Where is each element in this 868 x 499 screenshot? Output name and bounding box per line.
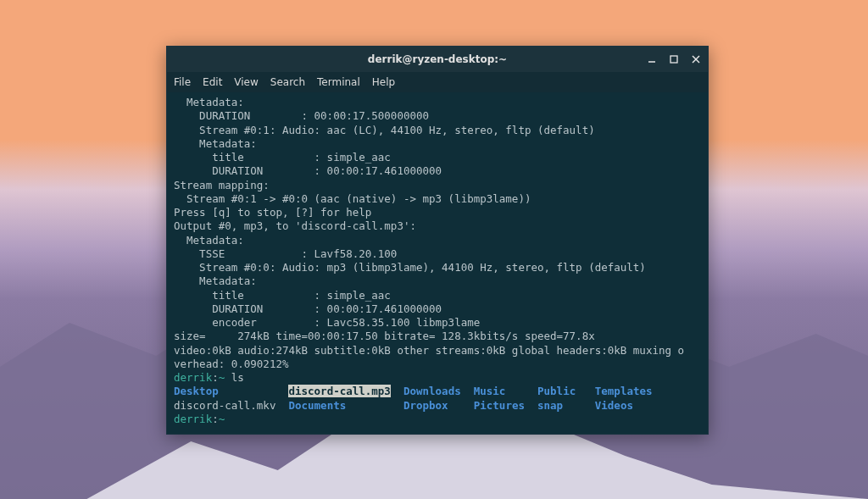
menu-terminal[interactable]: Terminal xyxy=(317,76,360,88)
out-line: Stream #0:1: Audio: aac (LC), 44100 Hz, … xyxy=(174,124,595,136)
ls-dir: Dropbox xyxy=(403,399,448,412)
out-line: TSSE : Lavf58.20.100 xyxy=(174,247,397,260)
menu-search[interactable]: Search xyxy=(270,76,305,88)
menu-file[interactable]: File xyxy=(174,76,191,88)
window-title: derrik@ryzen-desktop:~ xyxy=(368,53,507,65)
terminal-window: derrik@ryzen-desktop:~ File Edit View Se… xyxy=(166,46,709,435)
ls-dir: Pictures xyxy=(474,399,525,412)
menu-help[interactable]: Help xyxy=(372,76,395,88)
ls-dir: snap xyxy=(537,399,563,412)
minimize-button[interactable] xyxy=(645,53,659,66)
out-line: Stream mapping: xyxy=(174,179,270,191)
menu-edit[interactable]: Edit xyxy=(203,76,222,88)
out-line: Stream #0:1 -> #0:0 (aac (native) -> mp3… xyxy=(174,192,531,205)
terminal-output[interactable]: Metadata: DURATION : 00:00:17.500000000 … xyxy=(174,96,701,426)
maximize-button[interactable] xyxy=(667,53,681,66)
menubar: File Edit View Search Terminal Help xyxy=(167,72,708,92)
out-line: verhead: 0.090212% xyxy=(174,358,288,370)
ls-file-selected: discord-call.mp3 xyxy=(288,385,390,397)
prompt-user: derrik xyxy=(174,413,212,425)
prompt-cursor xyxy=(225,413,231,425)
close-button[interactable] xyxy=(689,53,703,66)
out-line: Press [q] to stop, [?] for help xyxy=(174,206,371,219)
out-line: Metadata: xyxy=(174,274,257,287)
ls-dir: Public xyxy=(537,385,576,397)
out-line: Stream #0:0: Audio: mp3 (libmp3lame), 44… xyxy=(174,261,646,274)
ls-dir: Desktop xyxy=(174,385,219,397)
prompt-user: derrik xyxy=(174,371,212,384)
window-controls xyxy=(645,47,703,72)
out-line: title : simple_aac xyxy=(174,289,391,302)
out-line: DURATION : 00:00:17.461000000 xyxy=(174,164,442,177)
terminal-body[interactable]: Metadata: DURATION : 00:00:17.500000000 … xyxy=(167,92,708,434)
ls-file: discord-call.mkv xyxy=(174,399,275,412)
out-line: Metadata: xyxy=(174,234,244,247)
titlebar[interactable]: derrik@ryzen-desktop:~ xyxy=(167,47,708,72)
out-line: DURATION : 00:00:17.461000000 xyxy=(174,302,442,315)
cmd-ls: ls xyxy=(225,371,244,384)
out-line: DURATION : 00:00:17.500000000 xyxy=(174,109,429,122)
out-line: encoder : Lavc58.35.100 libmp3lame xyxy=(174,316,480,329)
prompt-sep: : xyxy=(212,413,219,425)
ls-dir: Videos xyxy=(595,399,633,412)
svg-rect-1 xyxy=(670,56,677,63)
out-line: video:0kB audio:274kB subtitle:0kB other… xyxy=(174,344,684,357)
out-line: size= 274kB time=00:00:17.50 bitrate= 12… xyxy=(174,330,620,342)
ls-dir: Templates xyxy=(595,385,653,397)
prompt-sep: : xyxy=(212,371,219,384)
ls-dir: Documents xyxy=(288,399,346,412)
ls-dir: Downloads xyxy=(403,385,461,397)
out-line: Metadata: xyxy=(174,96,244,108)
out-line: Output #0, mp3, to 'discord-call.mp3': xyxy=(174,219,416,232)
out-line: title : simple_aac xyxy=(174,151,391,164)
ls-dir: Music xyxy=(474,385,506,397)
menu-view[interactable]: View xyxy=(234,76,258,88)
out-line: Metadata: xyxy=(174,137,257,150)
